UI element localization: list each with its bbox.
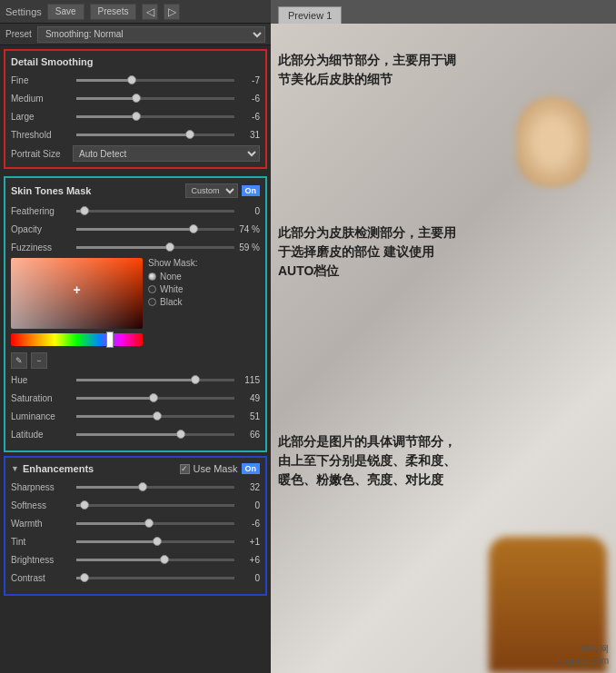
portrait-size-select[interactable]: Auto Detect [73,145,260,162]
opacity-label: Opacity [11,224,73,234]
crosshair-icon: + [73,283,80,296]
fine-value: -7 [238,75,260,85]
sharpness-track[interactable] [76,486,234,489]
radio-black-row[interactable]: Black [148,297,197,307]
fine-slider-row: Fine -7 [11,73,260,87]
radio-white-circle[interactable] [148,285,156,293]
radio-white-row[interactable]: White [148,284,197,294]
medium-slider-row: Medium -6 [11,91,260,105]
fine-track[interactable] [76,79,234,82]
detail-smoothing-title: Detail Smoothing [11,56,260,67]
contrast-label: Contrast [11,573,73,583]
tint-slider-row: Tint +1 [11,534,260,549]
enhancements-title: Enhancements [23,463,94,474]
use-mask-label: Use Mask [194,463,238,474]
radio-none-circle[interactable] [148,272,156,281]
top-bar: Settings Save Presets ◁ ▷ [0,0,271,24]
skin-tones-section: Skin Tones Mask Custom On Feathering 0 O… [4,176,267,452]
enhancements-section: ▼ Enhancements ✓ Use Mask On Sharpness 3… [4,456,267,596]
watermark-line1: 蜂鸟网 [554,643,609,656]
threshold-track[interactable] [76,134,234,136]
radio-none-row[interactable]: None [148,272,197,282]
softness-track[interactable] [76,504,234,507]
mask-header: Skin Tones Mask Custom On [11,183,260,198]
radio-white-label: White [160,284,184,294]
icons-row: ✎ − [11,352,143,369]
portrait-face [516,96,589,187]
use-mask-checkbox[interactable]: ✓ [180,464,190,474]
tint-value: +1 [238,537,260,547]
skin-tones-on-badge[interactable]: On [242,185,261,196]
luminance-track[interactable] [76,415,234,418]
preset-label: Preset [5,29,32,39]
threshold-slider-row: Threshold 31 [11,127,260,142]
hue-track[interactable] [76,379,234,381]
saturation-slider-row: Saturation 49 [11,391,260,405]
contrast-value: 0 [238,573,260,583]
preset-select[interactable]: Smoothing: Normal [37,26,265,43]
contrast-track[interactable] [76,577,234,579]
minus-icon[interactable]: − [31,352,47,369]
threshold-value: 31 [238,130,260,140]
luminance-value: 51 [238,411,260,421]
latitude-track[interactable] [76,433,234,436]
left-panel: Settings Save Presets ◁ ▷ Preset Smoothi… [0,0,271,673]
latitude-value: 66 [238,430,260,440]
annotation-mid: 此部分为皮肤检测部分，主要用于选择磨皮的部位 建议使用AUTO档位 [278,223,460,281]
luminance-label: Luminance [11,411,73,421]
sharpness-slider-row: Sharpness 32 [11,480,260,494]
opacity-value: 74 % [238,224,260,234]
hue-bar[interactable] [11,333,143,346]
tint-label: Tint [11,537,73,547]
fuzziness-slider-row: Fuzziness 59 % [11,240,260,254]
medium-value: -6 [238,94,260,104]
large-track[interactable] [76,115,234,118]
redo-button[interactable]: ▷ [164,4,180,20]
warmth-label: Warmth [11,519,73,529]
preview-content: 此部分为细节部分，主要用于调节美化后皮肤的细节 此部分为皮肤检测部分，主要用于选… [271,24,616,673]
detail-smoothing-section: Detail Smoothing Fine -7 Medium -6 Large [4,49,267,169]
watermark: 蜂鸟网 fengniao.com [554,643,609,666]
radio-black-circle[interactable] [148,298,156,306]
undo-button[interactable]: ◁ [142,4,158,20]
feathering-value: 0 [238,206,260,216]
save-button[interactable]: Save [47,4,84,20]
brightness-label: Brightness [11,555,73,565]
eyedropper-icon[interactable]: ✎ [11,352,27,369]
presets-button[interactable]: Presets [90,4,137,20]
saturation-value: 49 [238,393,260,403]
tint-track[interactable] [76,540,234,543]
latitude-label: Latitude [11,430,73,440]
right-panel: Preview 1 此部分为细节部分，主要用于调节美化后皮肤的细节 此部分为皮肤… [271,0,616,673]
annotation-top: 此部分为细节部分，主要用于调节美化后皮肤的细节 [278,51,460,89]
brightness-value: +6 [238,555,260,565]
enhancements-on-badge[interactable]: On [242,463,261,474]
watermark-line2: fengniao.com [554,656,609,666]
fuzziness-label: Fuzziness [11,242,73,252]
opacity-slider-row: Opacity 74 % [11,222,260,236]
preview-tab-1[interactable]: Preview 1 [278,6,342,24]
preset-bar: Preset Smoothing: Normal [0,24,271,45]
color-picker-area: + ✎ − Show Mask: None White [11,258,260,369]
show-mask-label: Show Mask: [148,258,197,268]
fuzziness-track[interactable] [76,246,234,249]
brightness-track[interactable] [76,559,234,561]
portrait-size-label: Portrait Size [11,149,73,159]
sharpness-label: Sharpness [11,482,73,492]
opacity-track[interactable] [76,228,234,231]
medium-track[interactable] [76,97,234,100]
saturation-track[interactable] [76,397,234,400]
radio-black-label: Black [160,297,182,307]
collapse-icon[interactable]: ▼ [11,464,19,473]
skin-tones-title: Skin Tones Mask [11,185,91,196]
radio-none-label: None [160,272,182,282]
large-slider-row: Large -6 [11,109,260,124]
feathering-track[interactable] [76,210,234,213]
color-gradient[interactable]: + [11,258,143,329]
fine-label: Fine [11,75,73,85]
warmth-track[interactable] [76,522,234,525]
hue-thumb [106,332,114,348]
saturation-label: Saturation [11,393,73,403]
feathering-slider-row: Feathering 0 [11,203,260,218]
mask-custom-select[interactable]: Custom [185,183,238,198]
